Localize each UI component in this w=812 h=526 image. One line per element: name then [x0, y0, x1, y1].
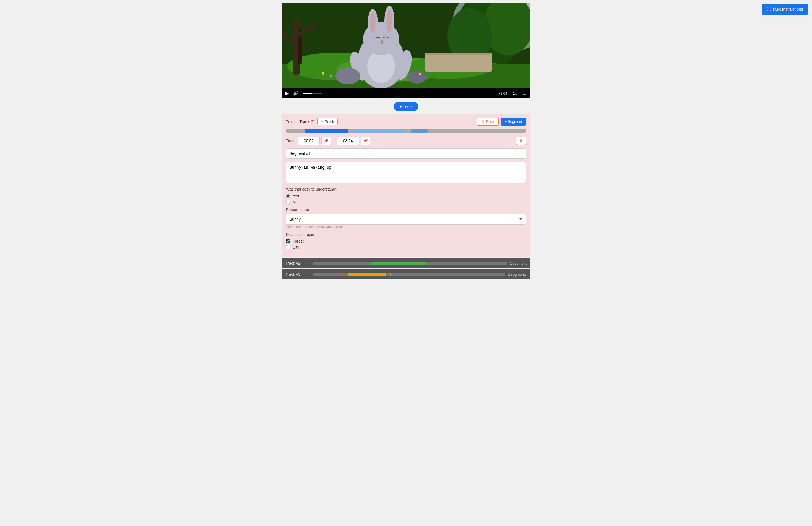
track1-label-group: Track: Track #1 ✏ Track [286, 118, 338, 125]
forest-label: Forest [293, 239, 304, 243]
track3-label: Track #3 [286, 272, 310, 277]
segment-name-field [286, 148, 526, 159]
video-controls: ▶ 🔊 -9:04 1x ☰ [281, 88, 531, 98]
person-name-label: Person name [286, 207, 526, 212]
easy-yes-radio[interactable] [286, 194, 290, 198]
svg-point-29 [322, 72, 324, 75]
discussion-topic-label: Discussion topic [286, 232, 526, 237]
svg-point-24 [380, 40, 383, 43]
easy-question-label: Was that easy to understand? [286, 187, 526, 191]
time-start-input[interactable] [298, 136, 320, 145]
track3-segment-orange [348, 273, 386, 276]
svg-point-22 [370, 12, 376, 33]
easy-question-field: Was that easy to understand? Yes No [286, 187, 526, 204]
track1-header: Track: Track #1 ✏ Track 🗑 Track + Segmen… [286, 118, 526, 126]
time-separator: - [333, 138, 335, 143]
person-name-field: Person name Bunny Person 1 Person 2 Sele… [286, 207, 526, 229]
video-frame [281, 3, 531, 88]
track1-timeline[interactable] [286, 129, 526, 133]
segment-name-input[interactable] [286, 148, 526, 159]
volume-button[interactable]: 🔊 [293, 91, 299, 96]
track3-bar [313, 273, 505, 276]
video-container: ▶ 🔊 -9:04 1x ☰ [281, 3, 531, 98]
delete-track-button[interactable]: 🗑 Track [477, 118, 498, 126]
time-label: Time: [286, 138, 295, 143]
svg-rect-11 [425, 53, 492, 72]
svg-point-31 [419, 73, 421, 75]
task-instructions-button[interactable]: ⓘ Task Instructions [762, 4, 808, 15]
add-segment-button[interactable]: + Segment [501, 118, 526, 126]
svg-point-30 [330, 75, 332, 77]
volume-slider[interactable] [303, 93, 322, 94]
track3-row[interactable]: Track #3 2 segments [281, 269, 531, 279]
person-name-select[interactable]: Bunny Person 1 Person 2 [286, 214, 526, 224]
description-field: Bunny is waking up [286, 162, 526, 184]
svg-point-23 [387, 9, 392, 32]
person-name-hint: Select name of the person who is talking [286, 225, 345, 229]
pin-end-button[interactable]: 📌 [361, 136, 370, 145]
add-track-container: + Track [281, 102, 531, 111]
add-track-button[interactable]: + Track [394, 102, 418, 111]
time-row: Time: 📌 - 📌 🗑 [286, 136, 526, 145]
svg-point-27 [335, 68, 360, 84]
time-remaining: -9:04 [499, 91, 508, 96]
forest-option: Forest [286, 239, 526, 243]
track1-label: Track: [286, 119, 296, 124]
forest-checkbox[interactable] [286, 239, 290, 243]
track1-section: Track: Track #1 ✏ Track 🗑 Track + Segmen… [281, 114, 531, 257]
play-button[interactable]: ▶ [285, 91, 289, 96]
track2-label: Track #2 [286, 261, 310, 265]
city-option: City [286, 245, 526, 249]
easy-no-label: No [293, 200, 298, 204]
time-end-group: 📌 [337, 136, 370, 145]
easy-no-radio[interactable] [286, 200, 290, 204]
track2-bar [313, 262, 507, 265]
track2-count: 1 segment [510, 261, 526, 265]
svg-rect-12 [425, 53, 492, 55]
video-scene [281, 3, 531, 88]
timeline-segment-2 [353, 129, 406, 133]
time-end-input[interactable] [337, 136, 359, 145]
track2-segment [371, 262, 425, 265]
page-wrapper: ▶ 🔊 -9:04 1x ☰ + Track Track: Track #1 ✏… [281, 0, 531, 289]
timeline-segment-3 [411, 129, 427, 133]
easy-yes-option: Yes [286, 194, 526, 198]
menu-button[interactable]: ☰ [522, 91, 527, 96]
city-label: City [293, 245, 299, 249]
track1-name: Track #1 [299, 119, 315, 124]
pin-start-button[interactable]: 📌 [321, 136, 331, 145]
delete-segment-button[interactable]: 🗑 [516, 136, 526, 145]
track1-actions: 🗑 Track + Segment [477, 118, 526, 126]
edit-track-button[interactable]: ✏ Track [318, 118, 337, 125]
track2-row[interactable]: Track #2 1 segment [281, 258, 531, 268]
easy-yes-label: Yes [293, 194, 299, 198]
track3-marker [390, 273, 391, 276]
time-start-group: 📌 [298, 136, 331, 145]
city-checkbox[interactable] [286, 245, 290, 249]
track3-count: 2 segments [508, 273, 526, 277]
timeline-segment-1 [305, 129, 348, 133]
discussion-topic-field: Discussion topic Forest City [286, 232, 526, 249]
easy-no-option: No [286, 200, 526, 204]
svg-point-28 [407, 71, 427, 84]
speed-display: 1x [513, 91, 517, 96]
description-textarea[interactable]: Bunny is waking up [286, 162, 526, 183]
